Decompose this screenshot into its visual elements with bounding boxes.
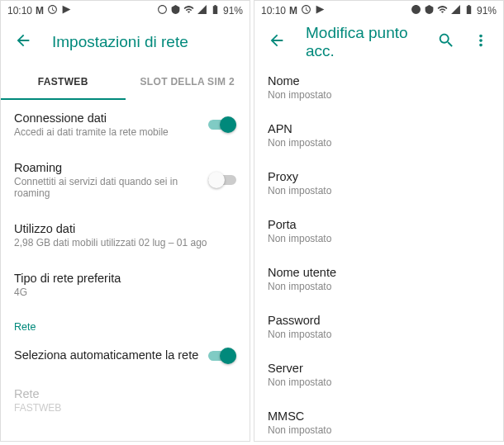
play-icon [61, 4, 72, 17]
status-bar: 10:10 M 91% [254, 1, 503, 21]
apn-field-apn[interactable]: APN Non impostato [254, 111, 503, 159]
setting-title: Rete [14, 387, 236, 400]
field-title: Porta [268, 218, 490, 231]
vpn-icon [170, 4, 181, 17]
back-button[interactable] [268, 31, 286, 53]
battery-percent: 91% [477, 5, 497, 17]
setting-network: Rete FASTWEB [1, 376, 250, 425]
field-title: APN [268, 122, 490, 135]
more-options-button[interactable] [472, 31, 490, 53]
setting-data-usage[interactable]: Utilizzo dati 2,98 GB dati mobili utiliz… [1, 211, 250, 260]
wifi-icon [437, 4, 448, 17]
apn-field-password[interactable]: Password Non impostato [254, 303, 503, 351]
setting-subtitle: FASTWEB [14, 402, 236, 414]
field-value: Non impostato [268, 424, 490, 436]
apn-fields-list: Nome Non impostato APN Non impostato Pro… [254, 64, 503, 442]
setting-title: Roaming [14, 161, 208, 174]
battery-percent: 91% [223, 5, 243, 17]
apn-field-mmsc[interactable]: MMSC Non impostato [254, 399, 503, 442]
apn-field-port[interactable]: Porta Non impostato [254, 207, 503, 255]
setting-title: Seleziona automaticamente la rete [14, 348, 208, 362]
field-title: Nome [268, 74, 490, 88]
page-title: Modifica punto acc. [306, 24, 417, 60]
status-app-icon: M [289, 5, 297, 17]
clock-icon [47, 4, 58, 17]
field-value: Non impostato [268, 376, 490, 388]
field-value: Non impostato [268, 89, 490, 101]
apn-field-proxy[interactable]: Proxy Non impostato [254, 159, 503, 207]
tab-fastweb[interactable]: FASTWEB [1, 64, 126, 100]
app-bar: Modifica punto acc. [254, 21, 503, 64]
tab-sim2[interactable]: SLOT DELLA SIM 2 [126, 64, 250, 100]
battery-icon [210, 4, 221, 17]
apn-field-username[interactable]: Nome utente Non impostato [254, 255, 503, 303]
toggle-data-connection[interactable] [208, 116, 236, 133]
signal-icon [197, 4, 207, 17]
field-title: Nome utente [268, 266, 490, 279]
page-title: Impostazioni di rete [52, 33, 236, 51]
status-bar: 10:10 M 91% [1, 1, 250, 21]
setting-subtitle: 2,98 GB dati mobili utilizzati 02 lug – … [14, 237, 236, 249]
field-title: Password [268, 314, 490, 327]
alarm-icon [411, 4, 421, 17]
setting-subtitle: 4G [14, 286, 236, 298]
field-value: Non impostato [268, 329, 490, 340]
wifi-icon [183, 4, 194, 17]
status-app-icon: M [36, 5, 44, 17]
back-button[interactable] [14, 31, 32, 53]
field-title: MMSC [268, 409, 490, 423]
setting-subtitle: Connettiti ai servizi dati quando sei in… [14, 176, 208, 199]
play-icon [315, 4, 326, 17]
app-bar: Impostazioni di rete [1, 21, 250, 64]
setting-title: Connessione dati [14, 111, 208, 125]
vpn-icon [424, 4, 435, 17]
field-value: Non impostato [268, 137, 490, 149]
apn-field-name[interactable]: Nome Non impostato [254, 64, 503, 111]
field-title: Server [268, 362, 490, 375]
screen-edit-apn: 10:10 M 91% Modifica punto acc. [254, 0, 504, 442]
setting-network-type[interactable]: Tipo di rete preferita 4G [1, 260, 250, 310]
battery-icon [464, 4, 474, 17]
screen-network-settings: 10:10 M 91% Impostazioni di rete FASTWEB… [0, 0, 250, 442]
setting-subtitle: Accedi ai dati tramite la rete mobile [14, 126, 208, 138]
toggle-roaming[interactable] [208, 172, 236, 188]
clock-icon [301, 4, 311, 17]
tabs: FASTWEB SLOT DELLA SIM 2 [1, 64, 250, 100]
field-value: Non impostato [268, 185, 490, 196]
setting-title: Utilizzo dati [14, 222, 236, 235]
setting-auto-select-network[interactable]: Seleziona automaticamente la rete [1, 336, 250, 376]
status-time: 10:10 [261, 5, 286, 17]
search-button[interactable] [437, 31, 455, 53]
setting-apn-names[interactable]: Nomi punti di accesso [1, 425, 250, 442]
setting-data-connection[interactable]: Connessione dati Accedi ai dati tramite … [1, 100, 250, 149]
field-value: Non impostato [268, 281, 490, 292]
status-time: 10:10 [7, 5, 32, 17]
settings-list: Connessione dati Accedi ai dati tramite … [1, 100, 250, 442]
field-title: Proxy [268, 170, 490, 183]
alarm-icon [157, 4, 168, 17]
section-header-network: Rete [1, 310, 250, 336]
signal-icon [450, 4, 461, 17]
setting-title: Tipo di rete preferita [14, 272, 236, 285]
apn-field-server[interactable]: Server Non impostato [254, 351, 503, 399]
toggle-auto-network[interactable] [208, 348, 236, 364]
field-value: Non impostato [268, 233, 490, 244]
setting-roaming[interactable]: Roaming Connettiti ai servizi dati quand… [1, 149, 250, 211]
